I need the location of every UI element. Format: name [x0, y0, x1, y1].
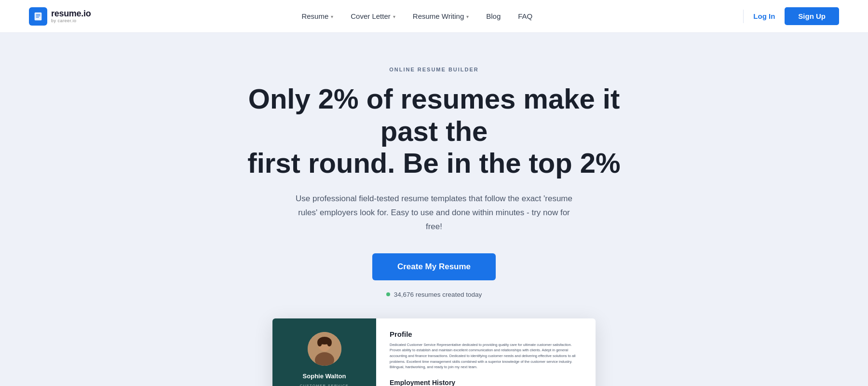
- resumes-count: 34,676 resumes created today: [386, 291, 482, 298]
- logo-text: resume.io by career.io: [51, 9, 91, 23]
- svg-rect-3: [36, 16, 39, 17]
- svg-rect-0: [35, 12, 42, 20]
- svg-point-9: [327, 339, 332, 346]
- avatar: [308, 332, 341, 366]
- signup-button[interactable]: Sign Up: [785, 7, 839, 25]
- svg-rect-2: [36, 15, 40, 16]
- login-button[interactable]: Log In: [753, 12, 775, 20]
- logo-icon: [29, 7, 47, 26]
- auth-area: Log In Sign Up: [743, 7, 839, 25]
- hero-title: Only 2% of resumes make it past the firs…: [246, 83, 622, 179]
- chevron-down-icon: ▾: [466, 14, 469, 19]
- nav-blog[interactable]: Blog: [486, 12, 501, 20]
- nav-resume[interactable]: Resume ▾: [301, 12, 333, 20]
- svg-rect-1: [36, 14, 40, 14]
- resume-person-name: Sophie Walton: [303, 372, 346, 380]
- create-resume-button[interactable]: Create My Resume: [372, 253, 496, 280]
- hero-section: ONLINE RESUME BUILDER Only 2% of resumes…: [0, 33, 868, 386]
- header: resume.io by career.io Resume ▾ Cover Le…: [0, 0, 868, 33]
- svg-point-8: [317, 339, 322, 346]
- resume-person-title: CUSTOMER SERVICEREPRESENTATIVE: [300, 384, 349, 386]
- hero-title-line1: Only 2% of resumes make it past the: [248, 83, 620, 147]
- resume-preview: Sophie Walton CUSTOMER SERVICEREPRESENTA…: [272, 318, 596, 386]
- profile-section-title: Profile: [390, 330, 582, 338]
- resumes-count-text: 34,676 resumes created today: [394, 291, 482, 298]
- resume-right-panel: Profile Dedicated Customer Service Repre…: [376, 318, 596, 386]
- hero-title-line2: first round. Be in the top 2%: [247, 147, 620, 179]
- chevron-down-icon: ▾: [393, 14, 395, 19]
- logo-main-text: resume.io: [51, 9, 91, 18]
- nav-divider: [743, 10, 744, 23]
- hero-label: ONLINE RESUME BUILDER: [389, 67, 479, 72]
- chevron-down-icon: ▾: [331, 14, 333, 19]
- employment-section-title: Employment History: [390, 379, 582, 386]
- resume-left-panel: Sophie Walton CUSTOMER SERVICEREPRESENTA…: [272, 318, 376, 386]
- profile-section-text: Dedicated Customer Service Representativ…: [390, 342, 582, 370]
- logo[interactable]: resume.io by career.io: [29, 7, 91, 26]
- nav-resume-writing[interactable]: Resume Writing ▾: [413, 12, 469, 20]
- main-nav: Resume ▾ Cover Letter ▾ Resume Writing ▾…: [301, 12, 532, 20]
- logo-sub-text: by career.io: [51, 19, 91, 23]
- nav-cover-letter[interactable]: Cover Letter ▾: [351, 12, 395, 20]
- green-dot-icon: [386, 292, 390, 296]
- nav-faq[interactable]: FAQ: [518, 12, 532, 20]
- hero-subtitle: Use professional field-tested resume tem…: [294, 192, 574, 234]
